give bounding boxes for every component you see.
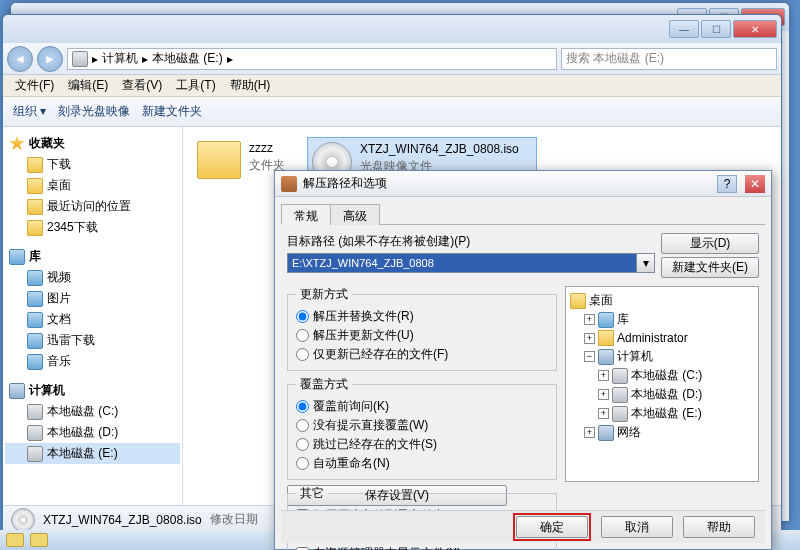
radio-skip-existing[interactable]: 跳过已经存在的文件(S)	[296, 435, 548, 454]
drive-icon	[612, 387, 628, 403]
newfolder-button[interactable]: 新建文件夹(E)	[661, 257, 759, 278]
sidebar-item-documents[interactable]: 文档	[5, 309, 180, 330]
sidebar-computer[interactable]: 计算机	[5, 380, 180, 401]
sidebar-item-desktop[interactable]: 桌面	[5, 175, 180, 196]
breadcrumb-drive[interactable]: 本地磁盘 (E:)	[152, 50, 223, 67]
search-input[interactable]: 搜索 本地磁盘 (E:)	[561, 48, 777, 70]
desktop-icon	[570, 293, 586, 309]
sidebar-item-download[interactable]: 下载	[5, 154, 180, 175]
dialog-tabs: 常规 高级	[281, 203, 765, 225]
breadcrumb-sep: ▸	[227, 52, 233, 66]
ok-button-highlight: 确定	[513, 513, 591, 541]
computer-icon	[598, 349, 614, 365]
tree-network[interactable]: +网络	[570, 423, 754, 442]
tree-desktop[interactable]: 桌面	[570, 291, 754, 310]
close-button[interactable]: ✕	[733, 20, 777, 38]
network-icon	[598, 425, 614, 441]
menu-edit[interactable]: 编辑(E)	[64, 75, 112, 96]
tab-general[interactable]: 常规	[281, 204, 331, 225]
music-icon	[27, 354, 43, 370]
nav-back-button[interactable]: ◄	[7, 46, 33, 72]
menu-tools[interactable]: 工具(T)	[172, 75, 219, 96]
expand-icon[interactable]: +	[598, 370, 609, 381]
radio-extract-replace[interactable]: 解压并替换文件(R)	[296, 307, 548, 326]
group-misc-title: 其它	[296, 485, 328, 502]
folder-icon	[197, 141, 241, 179]
expand-icon[interactable]: +	[584, 427, 595, 438]
group-overwrite-mode: 覆盖方式 覆盖前询问(K) 没有提示直接覆盖(W) 跳过已经存在的文件(S) 自…	[287, 376, 557, 480]
expand-icon[interactable]: +	[584, 314, 595, 325]
ok-button[interactable]: 确定	[516, 516, 588, 538]
sidebar-item-video[interactable]: 视频	[5, 267, 180, 288]
library-icon	[9, 249, 25, 265]
tree-drive-d[interactable]: +本地磁盘 (D:)	[570, 385, 754, 404]
tab-advanced[interactable]: 高级	[330, 204, 380, 225]
maximize-button[interactable]: ☐	[701, 20, 731, 38]
status-modified-label: 修改日期	[210, 511, 258, 528]
collapse-icon[interactable]: −	[584, 351, 595, 362]
path-dropdown-button[interactable]: ▾	[637, 253, 655, 273]
taskbar-explorer-icon[interactable]	[30, 533, 48, 547]
help-button[interactable]: 帮助	[683, 516, 755, 538]
minimize-button[interactable]: —	[669, 20, 699, 38]
menu-file[interactable]: 文件(F)	[11, 75, 58, 96]
sidebar-item-drive-c[interactable]: 本地磁盘 (C:)	[5, 401, 180, 422]
drive-icon	[612, 368, 628, 384]
taskbar-explorer-icon[interactable]	[6, 533, 24, 547]
sidebar-item-pictures[interactable]: 图片	[5, 288, 180, 309]
tree-libraries[interactable]: +库	[570, 310, 754, 329]
tree-drive-c[interactable]: +本地磁盘 (C:)	[570, 366, 754, 385]
address-bar[interactable]: ▸ 计算机 ▸ 本地磁盘 (E:) ▸	[67, 48, 557, 70]
radio-freshen[interactable]: 仅更新已经存在的文件(F)	[296, 345, 548, 364]
sidebar-item-drive-e[interactable]: 本地磁盘 (E:)	[5, 443, 180, 464]
sidebar-item-recent[interactable]: 最近访问的位置	[5, 196, 180, 217]
group-update-title: 更新方式	[296, 286, 352, 303]
menu-help[interactable]: 帮助(H)	[226, 75, 275, 96]
folder-icon	[27, 178, 43, 194]
menu-view[interactable]: 查看(V)	[118, 75, 166, 96]
cancel-button[interactable]: 取消	[601, 516, 673, 538]
extract-dialog: 解压路径和选项 ? ✕ 常规 高级 目标路径 (如果不存在将被创建)(P) ▾ …	[274, 170, 772, 550]
radio-ask-overwrite[interactable]: 覆盖前询问(K)	[296, 397, 548, 416]
check-show-in-explorer[interactable]: 在资源管理器中显示文件(X)	[296, 544, 548, 550]
expand-icon[interactable]: +	[598, 389, 609, 400]
radio-auto-rename[interactable]: 自动重命名(N)	[296, 454, 548, 473]
folder-icon	[27, 220, 43, 236]
tree-computer[interactable]: −计算机	[570, 347, 754, 366]
breadcrumb-root[interactable]: 计算机	[102, 50, 138, 67]
computer-icon	[9, 383, 25, 399]
expand-icon[interactable]: +	[598, 408, 609, 419]
sidebar-favorites[interactable]: 收藏夹	[5, 133, 180, 154]
destination-path-input[interactable]	[287, 253, 637, 273]
sidebar-libraries[interactable]: 库	[5, 246, 180, 267]
file-name: XTZJ_WIN764_ZJB_0808.iso	[360, 142, 519, 156]
burn-button[interactable]: 刻录光盘映像	[58, 103, 130, 120]
titlebar[interactable]: — ☐ ✕	[3, 15, 781, 43]
radio-overwrite-noask[interactable]: 没有提示直接覆盖(W)	[296, 416, 548, 435]
breadcrumb-sep: ▸	[92, 52, 98, 66]
dialog-help-button[interactable]: ?	[717, 175, 737, 193]
folder-icon	[27, 333, 43, 349]
tree-admin[interactable]: +Administrator	[570, 329, 754, 347]
expand-icon[interactable]: +	[584, 333, 595, 344]
radio-extract-update[interactable]: 解压并更新文件(U)	[296, 326, 548, 345]
nav-forward-button[interactable]: ►	[37, 46, 63, 72]
sidebar-item-xunlei[interactable]: 迅雷下载	[5, 330, 180, 351]
folder-tree[interactable]: 桌面 +库 +Administrator −计算机 +本地磁盘 (C:) +本地…	[565, 286, 759, 482]
newfolder-button[interactable]: 新建文件夹	[142, 103, 202, 120]
folder-icon	[27, 199, 43, 215]
dialog-titlebar[interactable]: 解压路径和选项 ? ✕	[275, 171, 771, 197]
sidebar-item-music[interactable]: 音乐	[5, 351, 180, 372]
show-button[interactable]: 显示(D)	[661, 233, 759, 254]
navbar: ◄ ► ▸ 计算机 ▸ 本地磁盘 (E:) ▸ 搜索 本地磁盘 (E:)	[3, 43, 781, 75]
tree-drive-e[interactable]: +本地磁盘 (E:)	[570, 404, 754, 423]
file-name: zzzz	[249, 141, 285, 155]
organize-button[interactable]: 组织 ▾	[13, 103, 46, 120]
archive-icon	[281, 176, 297, 192]
dialog-footer: 确定 取消 帮助	[281, 510, 765, 543]
sidebar-item-drive-d[interactable]: 本地磁盘 (D:)	[5, 422, 180, 443]
dialog-close-button[interactable]: ✕	[745, 175, 765, 193]
drive-icon	[72, 51, 88, 67]
sidebar-item-2345[interactable]: 2345下载	[5, 217, 180, 238]
dialog-title: 解压路径和选项	[303, 175, 387, 192]
